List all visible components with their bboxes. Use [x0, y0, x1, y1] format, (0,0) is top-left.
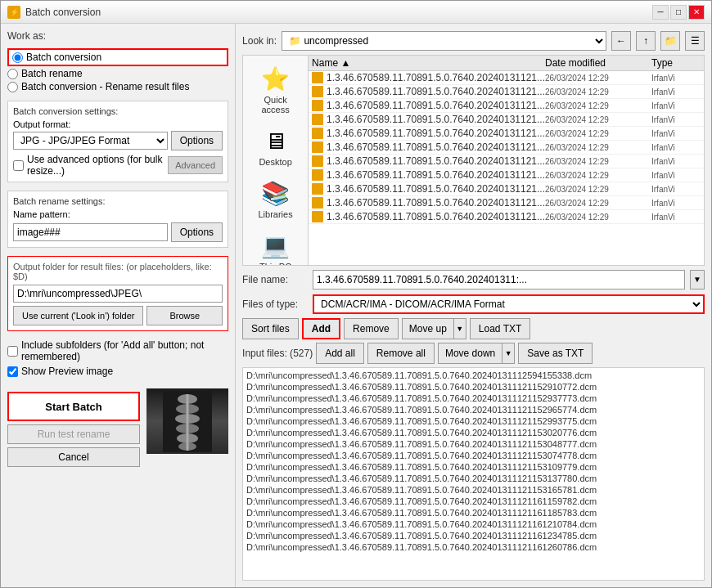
input-file-line[interactable]: D:\mri\uncompressed\1.3.46.670589.11.708…	[245, 404, 702, 415]
move-up-button[interactable]: Move up	[402, 318, 453, 339]
desktop-icon: 🖥	[264, 128, 287, 155]
work-as-radio-group: Batch conversion Batch rename Batch conv…	[7, 48, 228, 92]
include-subfolders-checkbox[interactable]	[7, 346, 18, 357]
show-preview-checkbox[interactable]	[7, 366, 18, 377]
include-subfolders-option[interactable]: Include subfolders (for 'Add all' button…	[7, 339, 228, 362]
radio-batch-conversion[interactable]: Batch conversion	[7, 48, 228, 66]
browse-button[interactable]: Browse	[146, 306, 223, 325]
input-file-line[interactable]: D:\mri\uncompressed\1.3.46.670589.11.708…	[245, 507, 702, 518]
input-file-line[interactable]: D:\mri\uncompressed\1.3.46.670589.11.708…	[245, 427, 702, 438]
file-date: 26/03/2024 12:29	[545, 143, 651, 152]
filename-dropdown-button[interactable]: ▼	[690, 270, 705, 290]
input-file-line[interactable]: D:\mri\uncompressed\1.3.46.670589.11.708…	[245, 541, 702, 553]
file-row[interactable]: 1.3.46.670589.11.70891.5.0.7640.20240131…	[309, 113, 704, 127]
cancel-button[interactable]: Cancel	[7, 447, 140, 467]
move-down-arrow-button[interactable]: ▼	[502, 343, 515, 364]
file-date: 26/03/2024 12:29	[545, 88, 651, 97]
advanced-options-checkbox[interactable]	[13, 160, 24, 171]
options-button[interactable]: Options	[171, 131, 223, 150]
move-down-button-group: Move down ▼	[438, 343, 515, 364]
back-button[interactable]: ←	[611, 31, 631, 51]
input-file-line[interactable]: D:\mri\uncompressed\1.3.46.670589.11.708…	[245, 393, 702, 404]
name-column-header[interactable]: Name ▲	[312, 57, 545, 69]
run-test-button[interactable]: Run test rename	[7, 424, 140, 444]
libraries-nav[interactable]: 📚 Libraries	[246, 177, 305, 222]
input-file-line[interactable]: D:\mri\uncompressed\1.3.46.670589.11.708…	[245, 381, 702, 393]
input-file-line[interactable]: D:\mri\uncompressed\1.3.46.670589.11.708…	[245, 518, 702, 530]
use-current-folder-button[interactable]: Use current ('Look in') folder	[13, 306, 143, 325]
move-up-arrow-button[interactable]: ▼	[453, 318, 466, 339]
input-file-line[interactable]: D:\mri\uncompressed\1.3.46.670589.11.708…	[245, 530, 702, 541]
work-as-label: Work as:	[7, 30, 228, 42]
remove-button[interactable]: Remove	[344, 318, 399, 339]
app-icon: ⚡	[7, 6, 20, 19]
file-row[interactable]: 1.3.46.670589.11.70891.5.0.7640.20240131…	[309, 182, 704, 196]
this-pc-label: This PC	[259, 262, 291, 265]
move-down-button[interactable]: Move down	[438, 343, 502, 364]
start-batch-button[interactable]: Start Batch	[7, 392, 140, 421]
file-name: 1.3.46.670589.11.70891.5.0.7640.20240131…	[327, 86, 545, 97]
file-icon	[312, 100, 323, 111]
advanced-options-row: Use advanced options (for bulk resize...…	[13, 154, 223, 177]
type-column-header[interactable]: Type	[651, 57, 701, 69]
close-button[interactable]: ✕	[688, 5, 705, 20]
view-button[interactable]: ☰	[685, 31, 705, 51]
new-folder-button[interactable]: 📁	[660, 31, 680, 51]
file-row[interactable]: 1.3.46.670589.11.70891.5.0.7640.20240131…	[309, 155, 704, 168]
input-files-row: Input files: (527) Add all Remove all Mo…	[242, 343, 705, 364]
file-row[interactable]: 1.3.46.670589.11.70891.5.0.7640.20240131…	[309, 168, 704, 182]
radio-batch-rename[interactable]: Batch rename	[7, 68, 228, 79]
file-icon	[312, 197, 323, 209]
file-row[interactable]: 1.3.46.670589.11.70891.5.0.7640.20240131…	[309, 196, 704, 210]
file-type: IrfanVi	[651, 115, 701, 124]
advanced-button[interactable]: Advanced	[168, 156, 223, 174]
add-button[interactable]: Add	[302, 318, 340, 339]
file-row[interactable]: 1.3.46.670589.11.70891.5.0.7640.20240131…	[309, 127, 704, 141]
input-label-text: Input files:	[242, 348, 287, 359]
name-pattern-input[interactable]	[13, 223, 168, 241]
output-folder-input[interactable]	[13, 285, 223, 303]
radio-batch-conversion-rename[interactable]: Batch conversion - Rename result files	[7, 81, 228, 92]
window-title: Batch conversion	[25, 7, 101, 18]
input-file-line[interactable]: D:\mri\uncompressed\1.3.46.670589.11.708…	[245, 484, 702, 496]
input-file-line[interactable]: D:\mri\uncompressed\1.3.46.670589.11.708…	[245, 450, 702, 461]
input-file-line[interactable]: D:\mri\uncompressed\1.3.46.670589.11.708…	[245, 496, 702, 507]
input-file-line[interactable]: D:\mri\uncompressed\1.3.46.670589.11.708…	[245, 473, 702, 484]
file-name: 1.3.46.670589.11.70891.5.0.7640.20240131…	[327, 197, 545, 209]
file-row[interactable]: 1.3.46.670589.11.70891.5.0.7640.20240131…	[309, 85, 704, 99]
format-select[interactable]: JPG - JPG/JPEG Format	[13, 132, 168, 150]
look-in-select[interactable]: 📁 uncompressed	[282, 31, 606, 51]
load-txt-button[interactable]: Load TXT	[470, 318, 530, 339]
move-up-button-group: Move up ▼	[402, 318, 466, 339]
file-row[interactable]: 1.3.46.670589.11.70891.5.0.7640.20240131…	[309, 71, 704, 85]
quick-access-icon: ⭐	[261, 65, 290, 92]
up-button[interactable]: ↑	[636, 31, 656, 51]
remove-all-button[interactable]: Remove all	[367, 343, 435, 364]
input-file-line[interactable]: D:\mri\uncompressed\1.3.46.670589.11.708…	[245, 370, 702, 381]
filetype-label: Files of type:	[242, 298, 308, 310]
maximize-button[interactable]: □	[670, 5, 687, 20]
input-file-line[interactable]: D:\mri\uncompressed\1.3.46.670589.11.708…	[245, 438, 702, 450]
sort-files-button[interactable]: Sort files	[242, 318, 299, 339]
desktop-nav[interactable]: 🖥 Desktop	[246, 124, 305, 170]
filetype-select[interactable]: DCM/ACR/IMA - DICOM/ACR/IMA Format	[313, 294, 705, 314]
radio-batch-rename-label: Batch rename	[21, 68, 83, 79]
this-pc-nav[interactable]: 💻 This PC	[246, 229, 305, 265]
file-row[interactable]: 1.3.46.670589.11.70891.5.0.7640.20240131…	[309, 141, 704, 155]
file-row[interactable]: 1.3.46.670589.11.70891.5.0.7640.20240131…	[309, 210, 704, 224]
add-all-button[interactable]: Add all	[316, 343, 364, 364]
filename-input[interactable]	[313, 270, 685, 290]
input-files-list[interactable]: D:\mri\uncompressed\1.3.46.670589.11.708…	[242, 367, 705, 581]
file-row[interactable]: 1.3.46.670589.11.70891.5.0.7640.20240131…	[309, 99, 704, 113]
input-file-line[interactable]: D:\mri\uncompressed\1.3.46.670589.11.708…	[245, 415, 702, 427]
file-date: 26/03/2024 12:29	[545, 157, 651, 166]
options-section: Include subfolders (for 'Add all' button…	[7, 339, 228, 377]
show-preview-option[interactable]: Show Preview image	[7, 366, 228, 377]
quick-access-nav[interactable]: ⭐ Quick access	[246, 62, 305, 118]
quick-access-label: Quick access	[250, 95, 302, 114]
rename-options-button[interactable]: Options	[171, 222, 223, 242]
input-file-line[interactable]: D:\mri\uncompressed\1.3.46.670589.11.708…	[245, 461, 702, 473]
minimize-button[interactable]: ─	[652, 5, 669, 20]
date-column-header[interactable]: Date modified	[545, 57, 651, 69]
save-as-txt-button[interactable]: Save as TXT	[518, 343, 593, 364]
